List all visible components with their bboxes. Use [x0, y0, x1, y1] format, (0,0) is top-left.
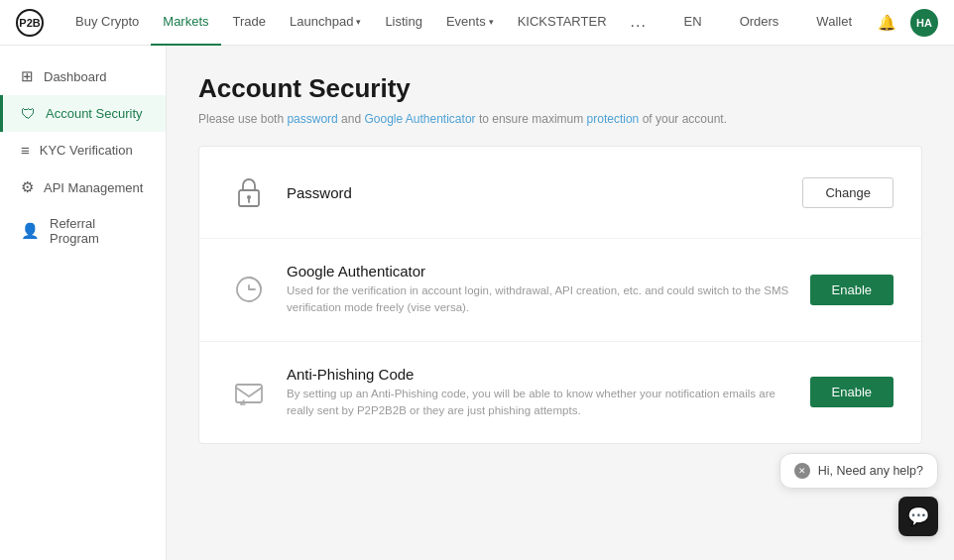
brand-logo[interactable]: P2B — [16, 9, 44, 37]
nav-orders[interactable]: Orders — [728, 0, 791, 46]
kyc-icon: ≡ — [21, 142, 30, 159]
anti-phishing-description: By setting up an Anti-Phishing code, you… — [287, 386, 794, 420]
chat-widget: ✕ Hi, Need any help? 💬 — [779, 453, 938, 536]
sidebar-item-referral-program[interactable]: 👤 Referral Program — [0, 206, 166, 256]
sidebar-item-account-security[interactable]: 🛡 Account Security — [0, 95, 166, 132]
dashboard-icon: ⊞ — [21, 67, 34, 85]
password-security-row: Password Change — [199, 147, 921, 239]
sidebar-item-kyc-verification[interactable]: ≡ KYC Verification — [0, 132, 166, 168]
google-auth-action: Enable — [810, 275, 894, 305]
lock-icon — [231, 174, 267, 210]
envelope-icon — [231, 375, 267, 410]
notifications-bell-icon[interactable]: 🔔 — [878, 14, 896, 32]
google-auth-description: Used for the verification in account log… — [287, 282, 794, 317]
google-auth-info: Google Authenticator Used for the verifi… — [287, 263, 794, 317]
anti-phishing-info: Anti-Phishing Code By setting up an Anti… — [287, 366, 794, 420]
chat-bubble-text: Hi, Need any help? — [818, 464, 923, 478]
sidebar-item-label: Account Security — [46, 106, 143, 121]
nav-events[interactable]: Events ▾ — [434, 0, 506, 46]
anti-phishing-icon-wrap — [227, 371, 271, 414]
google-auth-title: Google Authenticator — [287, 263, 794, 280]
sidebar-item-label: Dashboard — [44, 69, 107, 84]
referral-icon: 👤 — [21, 222, 40, 240]
password-info: Password — [287, 184, 786, 201]
google-auth-link[interactable]: Google Authenticator — [364, 112, 475, 126]
security-cards-container: Password Change Google Authenticator — [198, 146, 922, 444]
sidebar-item-label: API Management — [44, 180, 143, 195]
nav-kickstarter[interactable]: KICKSTARTER — [506, 0, 619, 46]
password-link[interactable]: password — [287, 112, 337, 126]
google-auth-icon-wrap — [227, 268, 271, 311]
password-title: Password — [287, 184, 786, 201]
sidebar: ⊞ Dashboard 🛡 Account Security ≡ KYC Ver… — [0, 46, 167, 560]
anti-phishing-action: Enable — [810, 377, 894, 407]
chat-close-button[interactable]: ✕ — [794, 463, 810, 479]
page-subtitle: Please use both password and Google Auth… — [198, 112, 922, 126]
api-icon: ⚙ — [21, 178, 34, 196]
password-action: Change — [802, 177, 894, 208]
chat-icon: 💬 — [907, 505, 929, 527]
anti-phishing-security-row: Anti-Phishing Code By setting up an Anti… — [199, 342, 921, 444]
anti-phishing-title: Anti-Phishing Code — [287, 366, 794, 383]
top-navigation: P2B Buy Crypto Markets Trade Launchpad ▾… — [0, 0, 954, 46]
nav-right-group: EN Orders Wallet 🔔 HA — [672, 0, 938, 46]
sidebar-item-label: KYC Verification — [40, 143, 133, 158]
nav-wallet[interactable]: Wallet — [804, 0, 864, 46]
chat-open-button[interactable]: 💬 — [898, 497, 938, 536]
anti-phishing-enable-button[interactable]: Enable — [810, 377, 894, 407]
sidebar-item-api-management[interactable]: ⚙ API Management — [0, 168, 166, 206]
page-title: Account Security — [198, 73, 922, 104]
sidebar-item-label: Referral Program — [50, 216, 148, 246]
nav-buy-crypto[interactable]: Buy Crypto — [63, 0, 151, 46]
protection-link[interactable]: protection — [587, 112, 640, 126]
user-avatar[interactable]: HA — [910, 9, 938, 37]
shield-icon: 🛡 — [21, 105, 36, 122]
chat-bubble: ✕ Hi, Need any help? — [779, 453, 938, 489]
language-selector[interactable]: EN — [672, 0, 714, 46]
google-auth-security-row: Google Authenticator Used for the verifi… — [199, 239, 921, 342]
password-change-button[interactable]: Change — [802, 177, 894, 208]
sidebar-item-dashboard[interactable]: ⊞ Dashboard — [0, 57, 166, 95]
nav-markets[interactable]: Markets — [151, 0, 220, 46]
password-icon-wrap — [227, 170, 271, 214]
launchpad-chevron-icon: ▾ — [356, 17, 361, 27]
nav-launchpad[interactable]: Launchpad ▾ — [278, 0, 373, 46]
nav-more[interactable]: ... — [619, 0, 658, 46]
nav-trade[interactable]: Trade — [221, 0, 278, 46]
logo-icon: P2B — [16, 9, 44, 37]
svg-rect-4 — [236, 385, 262, 402]
google-auth-enable-button[interactable]: Enable — [810, 275, 894, 305]
google-icon — [231, 272, 267, 307]
nav-listing[interactable]: Listing — [373, 0, 434, 46]
events-chevron-icon: ▾ — [489, 17, 494, 27]
